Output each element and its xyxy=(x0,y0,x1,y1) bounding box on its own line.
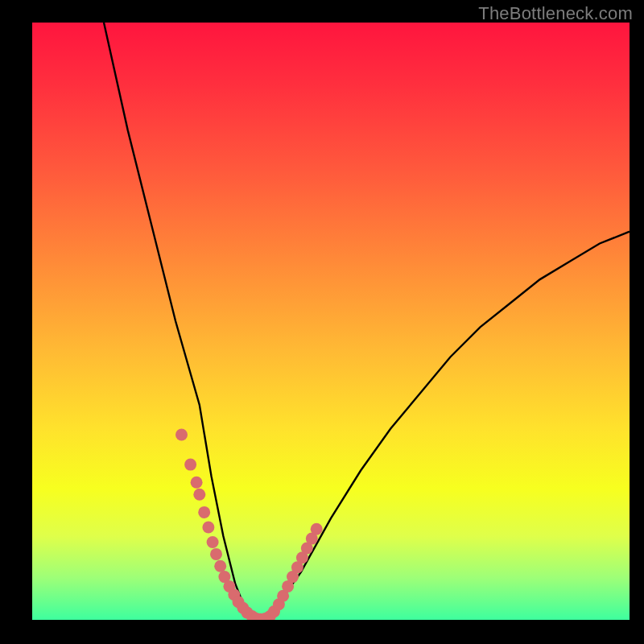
highlight-dot xyxy=(210,548,222,560)
plot-area xyxy=(32,23,630,620)
highlight-dot xyxy=(191,477,203,489)
highlight-dot xyxy=(311,523,323,535)
chart-frame: TheBottleneck.com xyxy=(0,0,644,644)
highlight-dot xyxy=(184,459,196,471)
bottleneck-curve-path xyxy=(104,23,630,620)
highlight-dot xyxy=(202,522,214,534)
chart-svg xyxy=(32,23,630,620)
highlight-dot xyxy=(207,536,219,548)
highlight-dot xyxy=(175,429,188,441)
highlight-dot xyxy=(214,560,226,572)
watermark-text: TheBottleneck.com xyxy=(478,3,633,24)
highlight-dots-group xyxy=(175,429,323,621)
highlight-dot xyxy=(193,489,205,501)
highlight-dot xyxy=(198,506,210,518)
